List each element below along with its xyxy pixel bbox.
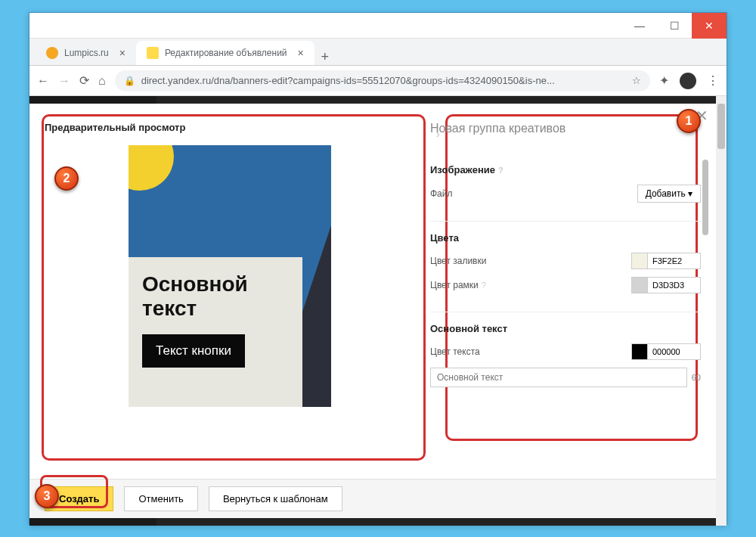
preview-title: Предварительный просмотр [45, 122, 415, 133]
browser-window: — ☐ ✕ Lumpics.ru × Редактирование объявл… [29, 12, 727, 525]
color-swatch[interactable] [631, 253, 648, 269]
creative-cta-button: Текст кнопки [142, 334, 245, 368]
nav-back-icon[interactable]: ← [37, 74, 49, 88]
section-title: Основной текст [430, 323, 701, 334]
text-color-value[interactable] [648, 343, 701, 360]
star-icon[interactable]: ☆ [632, 75, 641, 86]
tab-edit-ads[interactable]: Редактирование объявлений × [136, 41, 314, 65]
tab-close-icon[interactable]: × [119, 47, 125, 59]
menu-icon[interactable]: ⋮ [707, 73, 719, 88]
tab-lumpics[interactable]: Lumpics.ru × [36, 41, 136, 65]
border-color-value[interactable] [648, 277, 701, 293]
browser-tabbar: Lumpics.ru × Редактирование объявлений ×… [29, 39, 727, 66]
avatar[interactable] [680, 73, 696, 89]
nav-home-icon[interactable]: ⌂ [98, 74, 106, 88]
window-close-button[interactable]: ✕ [692, 13, 727, 39]
section-main-text: Основной текст Цвет текста 60 [430, 312, 701, 398]
back-to-templates-button[interactable]: Вернуться к шаблонам [209, 486, 342, 511]
window-maximize-button[interactable]: ☐ [657, 13, 692, 39]
window-titlebar: — ☐ ✕ [29, 13, 727, 39]
tab-close-icon[interactable]: × [298, 47, 304, 59]
decorative-circle [129, 145, 174, 191]
border-color-input[interactable] [631, 277, 701, 293]
main-text-input[interactable] [430, 368, 687, 387]
settings-panel: Новая группа креативов Изображение? Файл… [430, 122, 701, 471]
section-title: Изображение? [430, 164, 701, 175]
creative-preview: Основной текст Текст кнопки [129, 145, 331, 407]
fill-color-label: Цвет заливки [430, 256, 486, 266]
extension-icon[interactable]: ✦ [659, 73, 669, 88]
add-file-button[interactable]: Добавить ▾ [637, 185, 701, 203]
url-text: direct.yandex.ru/dna/banners-edit?campai… [141, 75, 626, 86]
text-color-label: Цвет текста [430, 346, 480, 357]
callout-2: 2 [54, 166, 79, 191]
page-content: ✕ › Предварительный просмотр Основной те… [29, 96, 727, 526]
creative-main-text: Основной текст [142, 272, 289, 321]
help-icon[interactable]: ? [498, 166, 503, 175]
creative-text-block: Основной текст Текст кнопки [129, 257, 302, 407]
file-label: Файл [430, 188, 453, 199]
text-color-input[interactable] [631, 343, 701, 360]
url-input[interactable]: 🔒 direct.yandex.ru/dna/banners-edit?camp… [115, 70, 650, 92]
nav-forward-icon[interactable]: → [58, 74, 70, 88]
window-minimize-button[interactable]: — [622, 13, 657, 39]
section-image: Изображение? Файл Добавить ▾ [430, 154, 701, 222]
help-icon[interactable]: ? [482, 281, 486, 290]
color-swatch[interactable] [631, 343, 648, 360]
nav-reload-icon[interactable]: ⟳ [79, 73, 89, 88]
tab-label: Редактирование объявлений [165, 48, 287, 58]
modal-footer: Создать Отменить Вернуться к шаблонам [29, 479, 716, 518]
color-swatch[interactable] [631, 277, 648, 293]
lock-icon: 🔒 [124, 76, 135, 86]
creative-editor-modal: ✕ › Предварительный просмотр Основной те… [29, 104, 716, 518]
fill-color-value[interactable] [648, 253, 701, 269]
settings-scrollbar[interactable] [702, 160, 708, 235]
page-scrollbar[interactable] [716, 96, 727, 526]
preview-panel: Предварительный просмотр Основной текст … [45, 122, 415, 471]
callout-3: 3 [35, 484, 59, 508]
favicon-icon [46, 47, 58, 59]
callout-1: 1 [677, 109, 701, 133]
tab-label: Lumpics.ru [64, 48, 109, 58]
address-bar: ← → ⟳ ⌂ 🔒 direct.yandex.ru/dna/banners-e… [29, 66, 727, 96]
char-count: 60 [692, 373, 701, 382]
section-colors: Цвета Цвет заливки Цвет рамки? [430, 222, 701, 312]
settings-title: Новая группа креативов [430, 122, 701, 135]
cancel-button[interactable]: Отменить [124, 486, 197, 511]
fill-color-input[interactable] [631, 253, 701, 269]
border-color-label: Цвет рамки? [430, 280, 486, 290]
section-title: Цвета [430, 232, 701, 244]
favicon-icon [147, 47, 159, 59]
new-tab-button[interactable]: + [314, 49, 336, 65]
